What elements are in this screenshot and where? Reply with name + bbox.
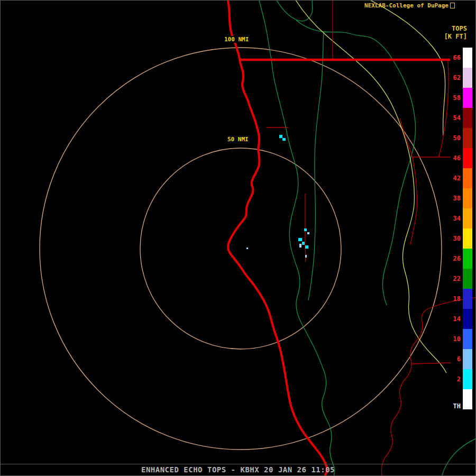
legend-rows: 66625854504642383430262218141062TH — [453, 48, 472, 409]
legend-value-label: 18 — [453, 295, 461, 303]
legend-entry-54: 54 — [453, 108, 472, 128]
coastline-highway — [227, 0, 327, 476]
legend-color-swatch — [463, 148, 472, 168]
echo-pixel — [282, 138, 286, 141]
legend-color-swatch — [463, 228, 472, 249]
radar-echoes — [246, 135, 309, 258]
legend-entry-38: 38 — [453, 188, 472, 208]
legend-value-label: 50 — [453, 134, 461, 142]
legend-entry-TH: TH — [453, 389, 472, 409]
legend-entry-26: 26 — [453, 249, 472, 269]
attribution-text: NEXLAB-College of DuPage — [364, 2, 448, 9]
legend-color-swatch — [463, 108, 472, 128]
range-rings — [40, 48, 442, 450]
legend-value-label: 46 — [453, 154, 461, 162]
legend-value-label: 62 — [453, 74, 461, 81]
legend-entry-22: 22 — [453, 269, 472, 289]
legend-value-label: 30 — [453, 235, 461, 242]
legend-value-label: 26 — [453, 255, 461, 262]
attribution-partial-glyph — [450, 3, 455, 8]
legend-color-swatch — [463, 349, 472, 369]
legend-entry-46: 46 — [453, 148, 472, 168]
legend-entry-6: 6 — [453, 349, 472, 369]
echo-pixel — [307, 232, 309, 234]
yellow-boundary-line — [295, 0, 446, 373]
echo-pixel — [305, 255, 307, 258]
county-line — [259, 0, 335, 476]
legend-color-swatch — [463, 68, 472, 88]
legend-value-label: 66 — [453, 54, 461, 61]
legend-value-label: 42 — [453, 175, 461, 182]
legend-color-swatch — [463, 329, 472, 349]
legend-title-units: [K FT] — [444, 33, 467, 41]
legend-entry-34: 34 — [453, 208, 472, 228]
echo-pixel — [299, 244, 301, 248]
echo-pixel — [304, 228, 307, 231]
legend-entry-58: 58 — [453, 88, 472, 108]
red-boundary-line — [410, 157, 417, 244]
legend-value-label: 10 — [453, 335, 461, 343]
legend-value-label: 34 — [453, 215, 461, 222]
legend-color-swatch — [463, 208, 472, 228]
legend-color-swatch — [463, 309, 472, 329]
legend-color-swatch — [463, 289, 472, 309]
red-boundary-line — [305, 194, 306, 262]
legend-entry-18: 18 — [453, 289, 472, 309]
legend-value-label: 2 — [457, 376, 461, 383]
range-ring-label-100nmi: 100 NMI — [223, 36, 250, 43]
echo-pixel — [302, 242, 305, 245]
county-line — [308, 32, 324, 300]
red-boundary-line — [400, 118, 413, 157]
legend-color-swatch — [463, 249, 472, 269]
county-line — [296, 20, 416, 305]
legend-color-scale: 66625854504642383430262218141062TH — [453, 48, 472, 409]
county-line — [276, 0, 313, 21]
legend-entry-50: 50 — [453, 128, 472, 148]
legend-entry-2: 2 — [453, 369, 472, 389]
legend-value-label: 38 — [453, 195, 461, 202]
legend-color-swatch — [463, 88, 472, 108]
product-caption: ENHANCED ECHO TOPS - KBHX 20 JAN 26 11:0… — [0, 465, 476, 474]
legend-value-label: 54 — [453, 114, 461, 122]
legend-entry-66: 66 — [453, 48, 472, 68]
range-ring-100nmi — [40, 48, 442, 450]
radar-map — [0, 0, 476, 476]
legend-entry-14: 14 — [453, 309, 472, 329]
range-ring-50nmi — [140, 148, 341, 349]
legend-color-swatch — [463, 389, 472, 409]
echo-pixel — [305, 245, 308, 249]
legend-entry-10: 10 — [453, 329, 472, 349]
legend-value-label: 22 — [453, 275, 461, 282]
yellow-boundary-line — [367, 0, 445, 135]
legend-color-swatch — [463, 128, 472, 148]
legend-entry-42: 42 — [453, 168, 472, 188]
legend-entry-30: 30 — [453, 228, 472, 249]
legend-title: TOPS [K FT] — [444, 25, 467, 41]
legend-value-label: 14 — [453, 315, 461, 323]
echo-pixel — [246, 248, 248, 249]
echo-pixel — [298, 238, 302, 241]
legend-color-swatch — [463, 188, 472, 208]
legend-value-label: 6 — [457, 355, 461, 363]
legend-value-label: TH — [453, 402, 461, 410]
legend-title-tops: TOPS — [444, 25, 467, 33]
echo-pixel — [279, 135, 282, 138]
footer-divider-line — [0, 464, 476, 464]
legend-color-swatch — [463, 168, 472, 188]
highway-coastline-red — [227, 0, 450, 476]
legend-color-swatch — [463, 269, 472, 289]
legend-value-label: 58 — [453, 94, 461, 102]
legend-color-swatch — [463, 48, 472, 68]
legend-entry-62: 62 — [453, 68, 472, 88]
red-boundary-line — [412, 363, 451, 364]
state-boundaries-yellow — [295, 0, 446, 373]
legend-color-swatch — [463, 369, 472, 389]
range-ring-label-50nmi: 50 NMI — [226, 136, 250, 143]
